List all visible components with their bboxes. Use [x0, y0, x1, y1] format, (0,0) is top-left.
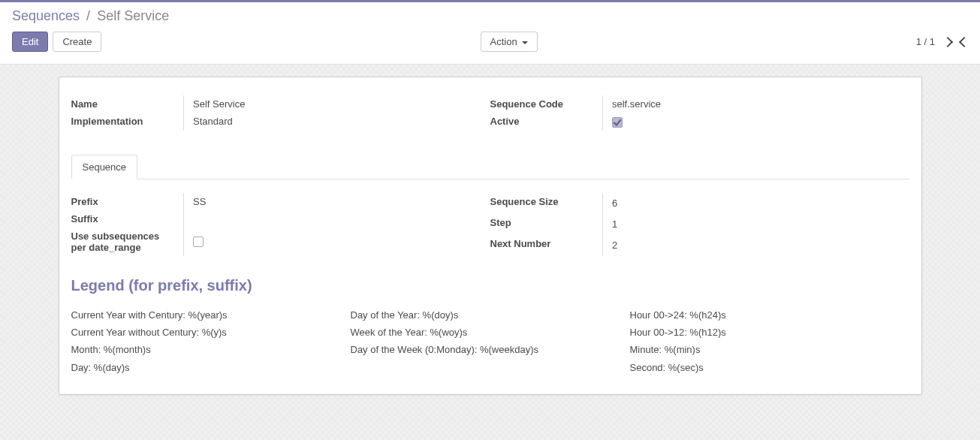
sequence-code-label: Sequence Code — [490, 95, 603, 113]
legend-item: Current Year without Century: %(y)s — [71, 324, 351, 341]
breadcrumb-sep: / — [86, 8, 90, 23]
active-checkbox[interactable] — [612, 117, 623, 128]
active-value — [603, 113, 909, 131]
prefix-value: SS — [184, 193, 490, 210]
legend-item: Day of the Year: %(doy)s — [351, 306, 630, 324]
breadcrumb-parent[interactable]: Sequences — [12, 8, 80, 23]
subseq-checkbox[interactable] — [193, 237, 204, 247]
step-label: Step — [490, 214, 603, 235]
legend-item: Hour 00->12: %(h12)s — [630, 324, 909, 341]
step-value: 1 — [603, 214, 909, 235]
legend-item: Minute: %(min)s — [630, 341, 909, 358]
next-number-value: 2 — [603, 235, 909, 256]
legend-item: Second: %(sec)s — [630, 359, 909, 376]
legend-heading: Legend (for prefix, suffix) — [71, 277, 909, 294]
breadcrumb-current: Self Service — [97, 8, 169, 23]
legend-item: Day: %(day)s — [71, 359, 351, 376]
legend-col-3: Hour 00->24: %(h24)s Hour 00->12: %(h12)… — [630, 306, 909, 377]
legend-item: Day of the Week (0:Monday): %(weekday)s — [351, 341, 630, 358]
legend-item: Week of the Year: %(woy)s — [351, 324, 630, 341]
create-button[interactable]: Create — [53, 32, 101, 52]
implementation-value: Standard — [184, 113, 490, 130]
size-label: Sequence Size — [490, 193, 603, 214]
size-value: 6 — [603, 193, 909, 214]
suffix-label: Suffix — [71, 210, 184, 228]
active-label: Active — [490, 113, 603, 131]
legend-columns: Current Year with Century: %(year)s Curr… — [71, 306, 909, 377]
legend-col-1: Current Year with Century: %(year)s Curr… — [71, 306, 351, 377]
pager-next-icon[interactable] — [942, 36, 953, 47]
tab-sequence[interactable]: Sequence — [71, 155, 138, 179]
legend-item: Current Year with Century: %(year)s — [71, 306, 351, 324]
tabpane-sequence: Prefix SS Suffix Use subsequences per da… — [71, 179, 909, 377]
main-area: Name Self Service Implementation Standar… — [0, 65, 980, 440]
breadcrumb: Sequences / Self Service — [12, 8, 968, 24]
legend-item: Hour 00->24: %(h24)s — [630, 306, 909, 324]
action-dropdown[interactable]: Action — [481, 32, 538, 52]
legend-col-2: Day of the Year: %(doy)s Week of the Yea… — [351, 306, 630, 377]
pager-prev-icon[interactable] — [959, 36, 969, 47]
edit-button[interactable]: Edit — [12, 32, 48, 52]
name-label: Name — [71, 95, 184, 113]
implementation-label: Implementation — [71, 113, 184, 130]
suffix-value — [184, 210, 490, 228]
control-panel: Sequences / Self Service Edit Create Act… — [0, 2, 980, 65]
subseq-label: Use subsequences per date_range — [71, 228, 184, 256]
name-value: Self Service — [184, 95, 490, 113]
legend-item: Month: %(month)s — [71, 341, 351, 358]
pager-text: 1 / 1 — [916, 36, 935, 47]
subseq-value — [184, 228, 490, 256]
next-number-label: Next Number — [490, 235, 603, 256]
prefix-label: Prefix — [71, 193, 184, 210]
tabs: Sequence — [71, 155, 909, 179]
form-sheet: Name Self Service Implementation Standar… — [59, 77, 922, 395]
sequence-code-value: self.service — [603, 95, 909, 113]
